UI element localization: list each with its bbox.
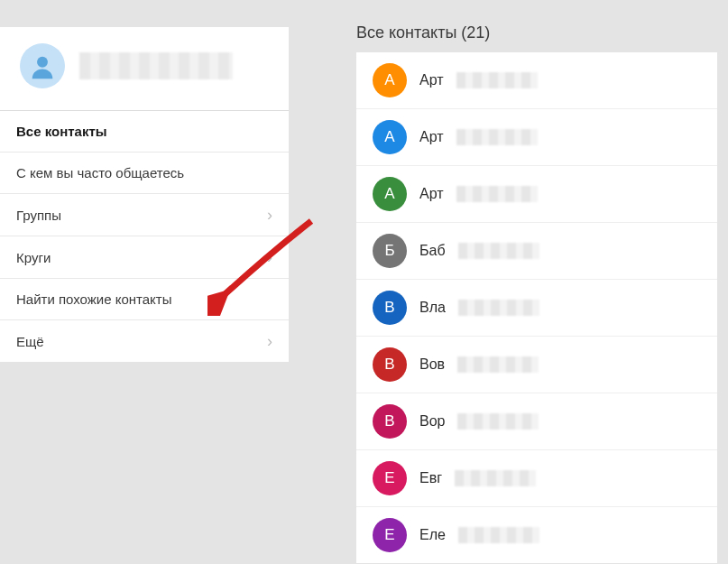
person-icon: [27, 51, 58, 81]
contact-row[interactable]: ВВла: [356, 280, 717, 337]
contact-row[interactable]: ВВов: [356, 337, 717, 393]
menu-item-3[interactable]: Круги›: [0, 236, 289, 278]
contact-name-prefix: Баб: [419, 243, 446, 259]
contact-name-redacted: [456, 186, 538, 202]
profile-header[interactable]: [0, 27, 289, 110]
chevron-right-icon: ›: [267, 333, 272, 349]
contact-avatar: А: [373, 63, 407, 97]
contact-list: ААртААртААртББабВВлаВВовВВорЕЕвгЕЕле: [356, 52, 717, 563]
menu-item-label: Все контакты: [16, 124, 107, 139]
contact-avatar: Е: [373, 518, 407, 552]
contact-avatar: В: [373, 347, 407, 382]
chevron-right-icon: ›: [267, 249, 272, 265]
contact-avatar: А: [373, 177, 407, 211]
contact-name-redacted: [458, 527, 539, 543]
contact-name-prefix: Вов: [419, 356, 445, 373]
contact-name-prefix: Арт: [419, 129, 444, 145]
menu-item-label: Группы: [16, 208, 61, 223]
contact-row[interactable]: ЕЕле: [356, 507, 717, 563]
sidebar: Все контактыС кем вы часто общаетесьГруп…: [0, 27, 289, 362]
contact-name-redacted: [458, 243, 539, 259]
contact-row[interactable]: ВВор: [356, 393, 717, 450]
menu-item-4[interactable]: Найти похожие контакты: [0, 278, 289, 319]
menu-item-1[interactable]: С кем вы часто общаетесь: [0, 152, 289, 193]
contact-name-redacted: [457, 413, 539, 430]
menu-item-label: С кем вы часто общаетесь: [16, 165, 184, 180]
contact-name-redacted: [455, 470, 536, 486]
contact-row[interactable]: ББаб: [356, 223, 717, 280]
contact-row[interactable]: ААрт: [356, 109, 717, 166]
contact-name-prefix: Еле: [419, 527, 446, 543]
contact-name-redacted: [457, 356, 539, 373]
contact-row[interactable]: ААрт: [356, 166, 717, 223]
chevron-right-icon: ›: [267, 207, 272, 223]
menu-item-label: Ещё: [16, 334, 44, 349]
svg-point-0: [37, 57, 48, 68]
profile-avatar: [20, 43, 65, 88]
contact-name-prefix: Евг: [419, 470, 442, 486]
contact-name-prefix: Арт: [419, 186, 444, 202]
menu-item-2[interactable]: Группы›: [0, 193, 289, 236]
contact-avatar: Е: [373, 461, 407, 495]
contact-name-prefix: Арт: [419, 72, 444, 88]
menu-item-label: Найти похожие контакты: [16, 291, 171, 307]
contacts-header: Все контакты (21): [356, 23, 490, 42]
contact-avatar: А: [373, 120, 407, 154]
contact-name-redacted: [456, 72, 538, 88]
contact-row[interactable]: ААрт: [356, 52, 717, 109]
contact-avatar: В: [373, 404, 407, 439]
contact-row[interactable]: ЕЕвг: [356, 450, 717, 507]
menu-item-5[interactable]: Ещё›: [0, 319, 289, 362]
profile-name-redacted: [79, 52, 233, 79]
contact-name-redacted: [456, 129, 538, 145]
menu-item-label: Круги: [16, 250, 51, 265]
contact-name-prefix: Вор: [419, 413, 445, 430]
contact-avatar: В: [373, 291, 407, 325]
menu-item-0[interactable]: Все контакты: [0, 110, 289, 152]
contact-avatar: Б: [373, 234, 407, 268]
contact-name-prefix: Вла: [419, 300, 446, 316]
contact-name-redacted: [458, 300, 539, 316]
